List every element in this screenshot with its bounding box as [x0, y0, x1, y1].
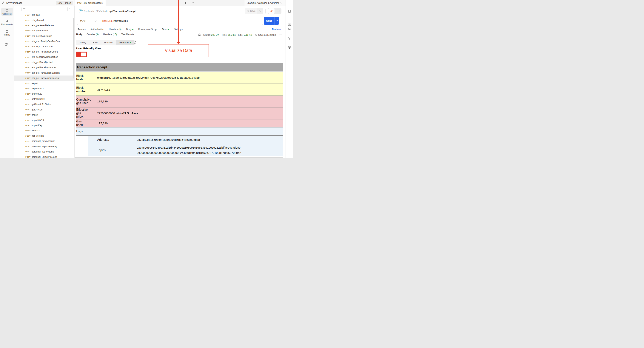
- method-chevron-icon[interactable]: [94, 20, 96, 22]
- comments-icon[interactable]: [288, 23, 291, 26]
- edit-mode-button[interactable]: [268, 8, 275, 14]
- request-tab-headers[interactable]: Headers (9): [109, 28, 122, 31]
- sidebar-item-eth_getTransactionReceipt[interactable]: POSTeth_getTransactionReceipt: [14, 76, 74, 81]
- save-button[interactable]: Save: [245, 8, 257, 14]
- sidebar-scrollbar[interactable]: [73, 18, 74, 78]
- response-options-icon[interactable]: [279, 34, 282, 36]
- sidebar-item-getAtomicTx[interactable]: POSTgetAtomicTx: [14, 96, 74, 102]
- new-collection-icon[interactable]: [17, 8, 20, 10]
- sidebar-item-eth_getTransactionByHash[interactable]: POSTeth_getTransactionByHash: [14, 70, 74, 76]
- log-detail-row: Topics:0xba8de60c3403ec381d1d484652ea198…: [76, 144, 283, 156]
- breadcrumb[interactable]: Avalanche / EVM / eth_getTransactionRece…: [84, 10, 136, 12]
- request-tab-params[interactable]: Params: [78, 28, 86, 31]
- response-tab-headers[interactable]: Headers(15): [103, 33, 117, 37]
- sidebar-item-exportAVAX[interactable]: POSTexportAVAX: [14, 86, 74, 91]
- import-button[interactable]: Import: [63, 1, 73, 5]
- sidebar-item-eth_call[interactable]: POSTeth_call: [14, 12, 74, 18]
- time-value: 156 ms: [228, 34, 236, 36]
- url-input[interactable]: {{baseURL}}/ext/bc/C/rpc: [101, 20, 128, 22]
- sidebar-item-environments[interactable]: Environments: [1, 18, 13, 26]
- method-badge: POST: [26, 51, 30, 53]
- sidebar-item-eth_getTransactionCount[interactable]: POSTeth_getTransactionCount: [14, 49, 74, 54]
- sidebar-item-eth_maxPriorityFeePerGas[interactable]: POSTeth_maxPriorityFeePerGas: [14, 39, 74, 44]
- sidebar-item-history[interactable]: History: [1, 29, 13, 37]
- sidebar-item-importKey[interactable]: POSTimportKey: [14, 123, 74, 128]
- request-tab[interactable]: POST eth_getTransactionRece: [75, 0, 106, 6]
- documentation-icon[interactable]: [288, 10, 291, 13]
- lightbulb-icon[interactable]: [288, 37, 291, 40]
- sidebar-item-eth_sendRawTransaction[interactable]: POSTeth_sendRawTransaction: [14, 54, 74, 60]
- sidebar-item-eth_signTransaction[interactable]: POSTeth_signTransaction: [14, 44, 74, 49]
- sidebar-item-export[interactable]: POSTexport: [14, 81, 74, 86]
- request-tab-tests[interactable]: Tests: [162, 28, 169, 31]
- info-icon[interactable]: [288, 46, 291, 49]
- request-name: eth_getBalance: [32, 29, 48, 32]
- sidebar-options-icon[interactable]: [69, 8, 72, 9]
- new-button[interactable]: New: [56, 1, 64, 5]
- view-tab-preview[interactable]: Preview: [101, 40, 116, 45]
- cookies-link[interactable]: Cookies: [272, 28, 281, 30]
- sidebar-item-importAVAX[interactable]: POSTimportAVAX: [14, 118, 74, 123]
- sidebar-item-eth_chainId[interactable]: POSTeth_chainId: [14, 18, 74, 23]
- sidebar-item-net_version[interactable]: POSTnet_version: [14, 133, 74, 138]
- response-tab-test-results[interactable]: Test Results: [121, 33, 134, 37]
- row-label-cell: Block number:: [76, 84, 88, 96]
- horizontal-scrollbar[interactable]: [75, 157, 283, 158]
- sidebar-item-personal_newAccount[interactable]: POSTpersonal_newAccount: [14, 138, 74, 144]
- sidebar-item-import[interactable]: POSTimport: [14, 112, 74, 118]
- sidebar-item-eth_getBlockByNumber[interactable]: POSTeth_getBlockByNumber: [14, 65, 74, 70]
- send-options-chevron-icon[interactable]: [274, 17, 279, 25]
- view-tab-visualize[interactable]: Visualize: [116, 40, 134, 45]
- table-row: Cumulative gas used:195,339: [76, 96, 283, 107]
- sidebar-filter-input[interactable]: [22, 7, 68, 12]
- row-value-cell: 195,339: [88, 96, 283, 107]
- globe-lock-icon[interactable]: [198, 33, 201, 36]
- right-icon-rail: [286, 0, 293, 158]
- sidebar-item-getAtomicTxStatus[interactable]: POSTgetAtomicTxStatus: [14, 102, 74, 107]
- sidebar-item-eth_getAssetBalance[interactable]: POSTeth_getAssetBalance: [14, 23, 74, 28]
- send-button[interactable]: Send: [264, 17, 279, 25]
- add-tab-icon[interactable]: [184, 2, 187, 4]
- sidebar-item-personal_importRawKey[interactable]: POSTpersonal_importRawKey: [14, 144, 74, 149]
- sidebar-item-eth_getBlockByHash[interactable]: POSTeth_getBlockByHash: [14, 60, 74, 65]
- request-name: import: [32, 114, 38, 116]
- save-options-chevron-icon[interactable]: [257, 8, 263, 14]
- method-badge: POST: [26, 93, 30, 95]
- breadcrumb-parents[interactable]: Avalanche / EVM /: [84, 10, 104, 12]
- sidebar-item-exportKey[interactable]: POSTexportKey: [14, 91, 74, 96]
- method-badge: POST: [26, 72, 30, 74]
- save-as-example-button[interactable]: Save as Example: [254, 34, 276, 36]
- sidebar-item-eth_getBalance[interactable]: POSTeth_getBalance: [14, 28, 74, 33]
- breadcrumb-row: HTTP Avalanche / EVM / eth_getTransactio…: [74, 6, 286, 15]
- request-tab-pre-request-script[interactable]: Pre-request Script: [138, 28, 157, 31]
- sidebar-item-collections[interactable]: Collections: [1, 8, 13, 16]
- refresh-icon[interactable]: [134, 41, 137, 44]
- sidebar-item-getUTXOs[interactable]: POSTgetUTXOs: [14, 107, 74, 112]
- table-row: Block number:35744162: [76, 84, 283, 96]
- sidebar-item-issueTx[interactable]: POSTissueTx: [14, 128, 74, 133]
- green-dot: [168, 29, 169, 30]
- workspace-switcher[interactable]: My Workspace: [2, 1, 22, 4]
- environment-selector[interactable]: Example-Avalanche-Environme: [244, 0, 286, 6]
- request-list: POSTeth_callPOSTeth_chainIdPOSTeth_getAs…: [14, 12, 74, 158]
- sidebar-item-personal_unlockAccount[interactable]: POSTpersonal_unlockAccount: [14, 154, 74, 158]
- view-tab-pretty[interactable]: Pretty: [76, 40, 90, 45]
- user-friendly-view-checkbox[interactable]: [76, 52, 87, 57]
- filter-icon: [23, 8, 26, 10]
- tab-options-icon[interactable]: [190, 2, 194, 3]
- code-snippet-icon[interactable]: [288, 28, 291, 30]
- request-tab-authorization[interactable]: Authorization: [90, 28, 104, 31]
- method-badge: POST: [26, 14, 30, 16]
- more-panels-icon[interactable]: [5, 43, 8, 46]
- sidebar-item-personal_listAccounts[interactable]: POSTpersonal_listAccounts: [14, 149, 74, 154]
- environments-icon: [6, 20, 8, 22]
- view-tab-raw[interactable]: Raw: [90, 40, 101, 45]
- log-value-cell: 0x72b73fa1569df9ff1ae9b29cd5b164af6c02eb…: [134, 136, 283, 144]
- comment-mode-button[interactable]: [275, 8, 282, 14]
- size-value: 7.11 KB: [244, 34, 252, 36]
- sidebar-item-eth_getChainConfig[interactable]: POSTeth_getChainConfig: [14, 34, 74, 39]
- request-tab-body[interactable]: Body: [126, 28, 134, 31]
- response-tab-body[interactable]: Body: [76, 33, 82, 37]
- method-selector[interactable]: POST: [80, 20, 86, 22]
- response-tab-cookies[interactable]: Cookies(3): [86, 33, 98, 37]
